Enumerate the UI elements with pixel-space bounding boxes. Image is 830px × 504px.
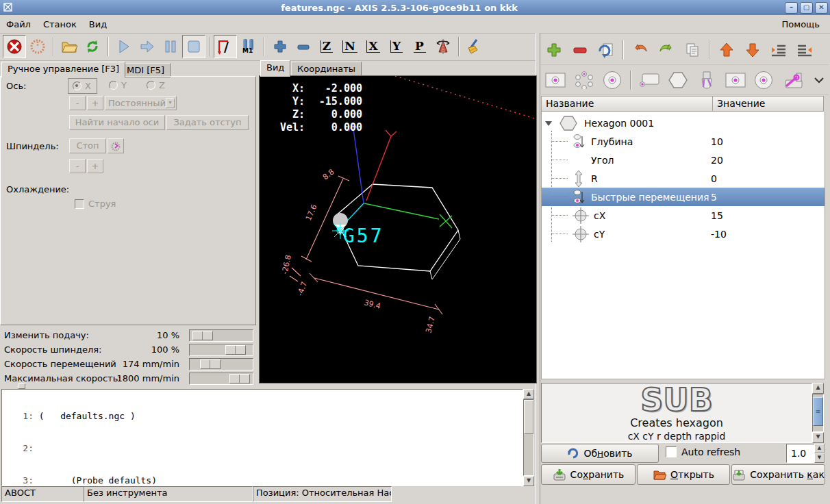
save-button[interactable]: Сохранить — [541, 464, 636, 485]
auto-refresh-checkbox[interactable]: Auto refresh — [666, 446, 740, 457]
spin-up-arrow[interactable]: ▲ — [814, 444, 825, 453]
gcode-scrollbar[interactable]: ▲ ▼ — [523, 389, 534, 485]
spindle-faster-button[interactable]: + — [87, 159, 103, 173]
run-button[interactable] — [112, 35, 136, 58]
menu-file[interactable]: Файл — [0, 17, 37, 32]
tree-row-cy[interactable]: cY -10 — [542, 225, 825, 243]
spindle-brake-button[interactable] — [108, 138, 124, 153]
tab-dro[interactable]: Координаты — [291, 62, 362, 76]
slider-thumb[interactable] — [229, 374, 250, 383]
refresh-button[interactable]: Обновить — [541, 444, 659, 463]
toolbox-button[interactable] — [778, 68, 809, 92]
home-axis-button[interactable]: Найти начало оси — [69, 115, 165, 130]
maximize-button[interactable]: ▢ — [800, 2, 813, 14]
menu-help[interactable]: Помощь — [776, 17, 826, 32]
save-as-button[interactable]: Сохранить как — [731, 464, 825, 485]
circle-pocket-feature-button[interactable] — [599, 68, 627, 92]
view-top-button[interactable]: Z — [315, 35, 338, 58]
jog-minus-button[interactable]: - — [69, 96, 86, 110]
slider-thumb[interactable] — [200, 360, 221, 369]
refresh-interval-spinbox[interactable]: 1.0 ▲▼ — [786, 444, 825, 463]
close-button[interactable]: ✕ — [815, 2, 828, 14]
indent-button[interactable] — [766, 38, 792, 62]
touch-off-button[interactable]: Задать отступ — [166, 115, 249, 130]
machine-power-button[interactable] — [26, 35, 49, 58]
view-perspective-button[interactable]: P — [408, 35, 431, 58]
redo-button[interactable] — [653, 38, 679, 62]
scroll-down-arrow[interactable]: ▼ — [523, 476, 534, 486]
tree-row-depth[interactable]: Глубина 10 — [542, 132, 825, 151]
axis-radio-y[interactable]: Y — [109, 80, 127, 90]
copy-button[interactable] — [679, 38, 705, 62]
zoom-in-button[interactable] — [268, 35, 292, 58]
preview-canvas[interactable]: G57 8.8 17.6 -26.8 -4.7 39.4 34.7 X: -2.… — [259, 75, 537, 383]
slider-thumb[interactable] — [192, 331, 213, 340]
expander-icon[interactable] — [544, 120, 553, 127]
add-feature-button[interactable] — [541, 38, 567, 62]
optional-stop-button[interactable]: M1 — [237, 35, 260, 58]
stop-button[interactable] — [182, 35, 205, 58]
undo-button[interactable] — [627, 38, 653, 62]
tree-row-hexagon[interactable]: Hexagon 0001 — [542, 114, 825, 132]
view-side-button[interactable]: X — [362, 35, 385, 58]
rectangle-feature-button[interactable] — [635, 68, 664, 92]
sash-grip[interactable] — [18, 383, 25, 389]
estop-button[interactable] — [3, 35, 26, 58]
features-tree[interactable]: Hexagon 0001 Глубина 10 Угол 20 R 0 — [541, 112, 825, 379]
gcode-listing[interactable]: 1: ( defaults.ngc ) 2: 3: (Probe default… — [1, 389, 523, 486]
jog-plus-button[interactable]: + — [87, 96, 103, 110]
feed-override-slider[interactable] — [189, 329, 253, 342]
open-file-button[interactable] — [58, 35, 81, 58]
tree-row-cx[interactable]: cX 15 — [542, 206, 825, 225]
tree-row-r[interactable]: R 0 — [542, 169, 825, 188]
rect-pocket-feature-button[interactable] — [541, 68, 570, 92]
step-button[interactable] — [136, 35, 159, 58]
view-rotated-top-button[interactable]: N — [338, 35, 362, 58]
axis-radio-x[interactable]: X — [68, 78, 97, 94]
spindle-stop-button[interactable]: Стоп — [69, 138, 106, 153]
jog-speed-slider[interactable] — [189, 358, 253, 370]
minimize-button[interactable]: – — [785, 2, 798, 14]
sub-scrollbar[interactable]: ▲ ≡ ▼ — [812, 383, 824, 442]
tree-row-rapid[interactable]: Быстрые перемещения 5 — [542, 188, 825, 206]
block-delete-button[interactable]: ▾ / — [214, 35, 237, 58]
rect-feature2-button[interactable] — [721, 68, 750, 92]
spindle-slower-button[interactable]: - — [69, 159, 86, 173]
jog-mode-select[interactable]: Постоянный ▾ — [105, 96, 177, 110]
flood-checkbox[interactable]: Струя — [75, 199, 116, 209]
column-header-name[interactable]: Название — [541, 96, 713, 112]
move-down-button[interactable] — [740, 38, 766, 62]
spin-down-arrow[interactable]: ▼ — [814, 453, 825, 463]
scroll-up-arrow[interactable]: ▲ — [523, 389, 534, 399]
clear-plot-button[interactable] — [463, 35, 486, 58]
circle-feature2-button[interactable] — [750, 68, 779, 92]
max-velocity-slider[interactable] — [189, 373, 253, 385]
outdent-button[interactable] — [792, 38, 818, 62]
scroll-down-arrow[interactable]: ▼ — [812, 432, 824, 443]
zoom-out-button[interactable] — [292, 35, 315, 58]
spindle-override-slider[interactable] — [189, 344, 253, 356]
toolbar-overflow-button[interactable] — [809, 68, 829, 92]
tab-mdi[interactable]: MDI [F5] — [121, 63, 171, 77]
hexagon-feature-button[interactable] — [664, 68, 692, 92]
rotate-view-button[interactable] — [431, 35, 455, 58]
tree-row-angle[interactable]: Угол 20 — [542, 151, 825, 169]
open-button[interactable]: Открыть — [637, 464, 730, 485]
column-header-value[interactable]: Значение — [713, 96, 824, 112]
menu-machine[interactable]: Станок — [37, 17, 83, 32]
menu-view[interactable]: Вид — [83, 17, 113, 32]
tab-preview[interactable]: Вид — [260, 60, 290, 77]
scrollbar-thumb[interactable]: ≡ — [813, 397, 823, 426]
view-front-button[interactable]: Y — [385, 35, 408, 58]
axis-radio-z[interactable]: Z — [147, 80, 165, 90]
slider-thumb[interactable] — [225, 345, 246, 355]
move-up-button[interactable] — [714, 38, 740, 62]
tab-manual-control[interactable]: Ручное управление [F3] — [1, 62, 125, 78]
reload-button[interactable] — [81, 35, 104, 58]
remove-feature-button[interactable] — [567, 38, 593, 62]
mill-tool-feature-button[interactable] — [692, 68, 721, 92]
paste-button[interactable] — [593, 38, 619, 62]
scroll-up-arrow[interactable]: ▲ — [812, 383, 824, 394]
scrollbar-thumb[interactable] — [524, 400, 533, 434]
pause-button[interactable] — [159, 35, 182, 58]
